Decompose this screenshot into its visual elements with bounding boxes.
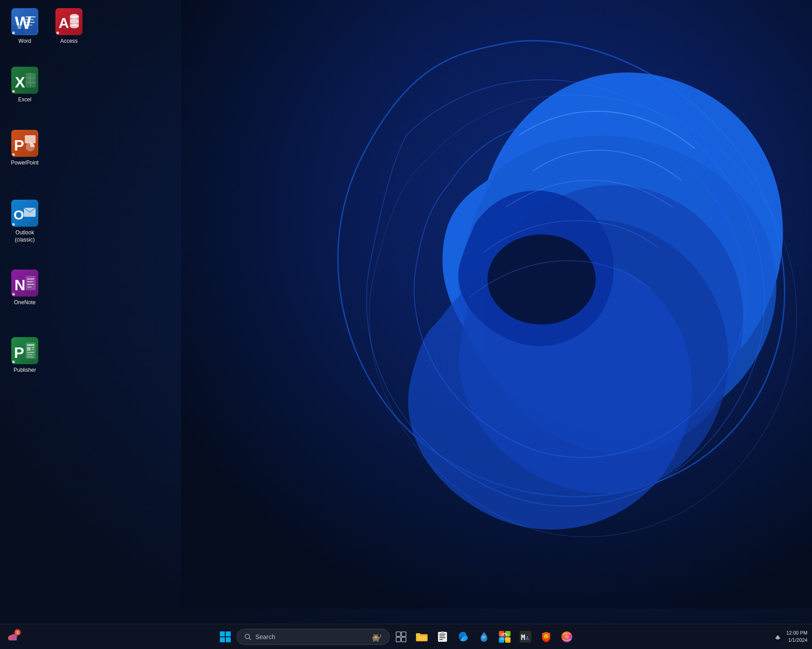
svg-point-90 (565, 635, 569, 639)
icon-row-0: W Word (5, 5, 89, 49)
svg-rect-62 (377, 640, 379, 642)
svg-rect-9 (26, 24, 32, 26)
mas-button[interactable]: M A (516, 627, 535, 646)
copilot-button[interactable] (474, 627, 493, 646)
svg-rect-7 (26, 19, 34, 20)
desktop-icon-publisher[interactable]: P Publisher (5, 334, 45, 378)
app2-icon (561, 631, 573, 643)
notepad-button[interactable] (433, 627, 452, 646)
svg-rect-53 (226, 637, 231, 642)
desktop-icon-word[interactable]: W Word (5, 5, 45, 49)
date-display: 1/1/2024 (786, 637, 807, 644)
desktop-icon-powerpoint[interactable]: P PowerPoint (5, 126, 45, 170)
excel-icon: X (11, 67, 38, 94)
svg-rect-50 (220, 631, 225, 636)
svg-rect-65 (396, 637, 401, 642)
access-icon: A (55, 8, 82, 35)
svg-point-14 (70, 24, 79, 28)
svg-point-87 (547, 635, 547, 636)
publisher-label: Publisher (14, 367, 36, 374)
copilot-icon (478, 631, 490, 643)
svg-point-86 (545, 635, 546, 636)
svg-rect-66 (401, 637, 406, 642)
svg-rect-34 (27, 284, 34, 285)
search-icon (244, 633, 251, 640)
clock-display[interactable]: 12:00 PM 1/1/2024 (786, 630, 807, 644)
svg-rect-61 (373, 640, 374, 642)
word-label: Word (18, 38, 31, 45)
notepad-icon (438, 631, 447, 642)
start-button[interactable] (216, 627, 235, 646)
svg-rect-39 (27, 344, 34, 346)
svg-rect-91 (776, 639, 779, 640)
svg-point-85 (544, 634, 548, 639)
tray-icon-1[interactable] (771, 630, 785, 644)
svg-text:P: P (14, 137, 24, 154)
svg-point-54 (245, 634, 250, 639)
brave-button[interactable] (537, 627, 556, 646)
svg-rect-52 (220, 637, 225, 642)
brave-icon (540, 631, 552, 643)
desktop-icon-excel[interactable]: X Excel (5, 63, 45, 107)
svg-marker-59 (377, 633, 379, 635)
svg-rect-75 (441, 631, 444, 633)
svg-rect-18 (26, 73, 36, 87)
svg-point-76 (482, 635, 486, 639)
taskbar-left: 1 (5, 628, 22, 645)
svg-marker-58 (373, 633, 375, 635)
edge-button[interactable] (454, 627, 473, 646)
svg-text:N: N (14, 276, 26, 293)
publisher-icon-dot (12, 361, 15, 363)
svg-rect-42 (32, 349, 34, 350)
word-icon: W (11, 8, 38, 35)
svg-line-55 (249, 638, 251, 640)
taskview-button[interactable] (392, 627, 411, 646)
svg-text:A: A (59, 15, 69, 31)
svg-rect-33 (27, 281, 33, 282)
file-explorer-button[interactable] (412, 627, 431, 646)
taskbar-center: Search (27, 627, 766, 646)
svg-rect-71 (439, 634, 446, 635)
excel-icon-dot (12, 90, 15, 93)
store-button[interactable] (495, 627, 514, 646)
svg-rect-81 (500, 633, 509, 640)
notification-badge: 1 (14, 629, 21, 635)
svg-rect-45 (27, 356, 33, 357)
app2-button[interactable] (557, 627, 576, 646)
search-label: Search (255, 633, 275, 640)
onenote-icon: N (11, 270, 38, 297)
notification-icon[interactable]: 1 (5, 628, 22, 645)
svg-text:M: M (521, 633, 525, 642)
desktop-icon-outlook[interactable]: O Outlook(classic) (5, 196, 45, 247)
svg-rect-70 (438, 632, 447, 642)
svg-rect-74 (439, 639, 443, 640)
outlook-label: Outlook(classic) (15, 229, 35, 243)
svg-rect-6 (26, 16, 36, 18)
search-bar[interactable]: Search (237, 629, 390, 645)
svg-rect-49 (9, 638, 17, 640)
svg-rect-68 (416, 633, 420, 636)
svg-rect-35 (27, 287, 32, 288)
file-explorer-icon (416, 631, 428, 642)
powerpoint-icon: P (11, 130, 38, 157)
svg-rect-44 (27, 354, 32, 355)
ppt-icon-dot (12, 153, 15, 156)
onenote-icon-dot (12, 293, 15, 296)
svg-rect-64 (401, 632, 406, 636)
desktop: W Word (0, 0, 812, 622)
svg-rect-24 (25, 135, 36, 143)
powerpoint-label: PowerPoint (11, 160, 38, 167)
svg-rect-72 (439, 635, 445, 636)
svg-rect-51 (226, 631, 231, 636)
svg-rect-63 (396, 632, 401, 636)
excel-label: Excel (18, 96, 31, 104)
search-pet-icon (370, 632, 382, 642)
svg-text:O: O (14, 207, 24, 222)
time-display: 12:00 PM (786, 630, 807, 636)
desktop-icon-access[interactable]: A Access (49, 5, 89, 49)
mas-icon: M A (520, 631, 531, 643)
svg-rect-41 (32, 347, 34, 348)
desktop-icon-onenote[interactable]: N OneNote (5, 266, 45, 310)
access-label: Access (60, 38, 78, 45)
svg-point-60 (374, 636, 377, 638)
